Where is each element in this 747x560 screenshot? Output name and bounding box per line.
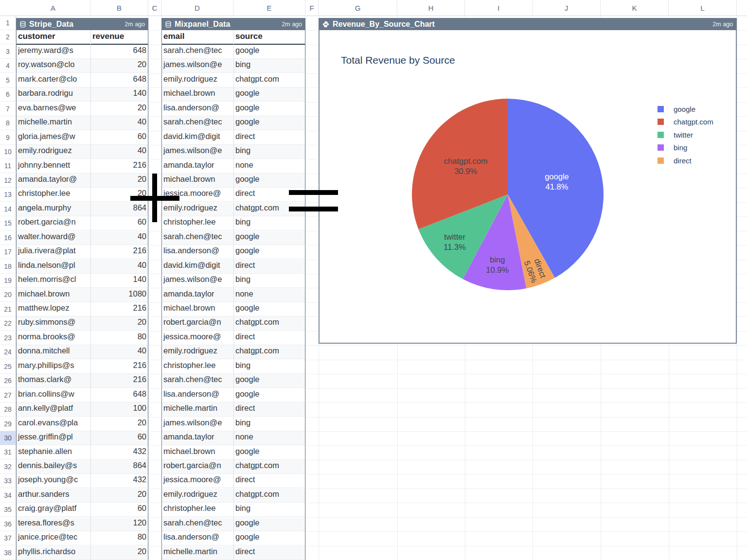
column-header-revenue[interactable]: revenue <box>90 30 148 44</box>
row-number-17[interactable]: 17 <box>0 245 16 259</box>
table-cell[interactable]: dennis.bailey@s <box>16 460 90 473</box>
row-number-29[interactable]: 29 <box>0 417 16 431</box>
table-cell[interactable]: barbara.rodrigu <box>16 88 90 101</box>
table-cell[interactable]: ann.kelly@platf <box>16 402 90 416</box>
row-number-8[interactable]: 8 <box>0 116 16 130</box>
table-cell[interactable]: lisa.anderson@ <box>161 388 233 402</box>
column-header-E[interactable]: E <box>233 0 305 16</box>
table-cell[interactable]: 20 <box>90 174 148 187</box>
table-cell[interactable]: direct <box>233 474 305 488</box>
table-cell[interactable]: michael.brown <box>161 302 233 316</box>
table-cell[interactable]: ruby.simmons@ <box>16 316 90 330</box>
table-cell[interactable]: 60 <box>90 131 148 144</box>
table-cell[interactable]: google <box>233 302 305 316</box>
column-header-A[interactable]: A <box>16 0 90 16</box>
table-cell[interactable]: david.kim@digit <box>161 131 233 144</box>
row-number-12[interactable]: 12 <box>0 174 16 188</box>
table-cell[interactable]: christopher.lee <box>161 503 233 516</box>
table-cell[interactable]: michael.brown <box>16 288 90 302</box>
table-cell[interactable]: david.kim@digit <box>161 260 233 273</box>
table-cell[interactable]: direct <box>233 331 305 345</box>
table-cell[interactable]: james.wilson@e <box>161 145 233 158</box>
table-cell[interactable]: 216 <box>90 374 148 387</box>
mixpanel-table-header[interactable]: Mixpanel_Data 2m ago <box>161 18 305 30</box>
table-cell[interactable]: 648 <box>90 45 148 58</box>
pie-chart[interactable]: google41.8%direct5.06%bing10.9%twitter11… <box>320 30 736 342</box>
table-cell[interactable]: google <box>233 45 305 58</box>
table-cell[interactable]: 140 <box>90 274 148 287</box>
table-cell[interactable]: emily.rodriguez <box>161 73 233 87</box>
table-cell[interactable]: james.wilson@e <box>161 274 233 287</box>
table-cell[interactable]: christopher.lee <box>16 188 90 201</box>
row-number-28[interactable]: 28 <box>0 402 16 417</box>
row-number-9[interactable]: 9 <box>0 131 16 145</box>
column-header-H[interactable]: H <box>397 0 465 16</box>
row-number-33[interactable]: 33 <box>0 474 16 488</box>
table-cell[interactable]: 80 <box>90 531 148 545</box>
table-cell[interactable]: google <box>233 174 305 187</box>
table-cell[interactable]: mary.phillips@s <box>16 360 90 373</box>
row-number-5[interactable]: 5 <box>0 73 16 88</box>
table-cell[interactable]: teresa.flores@s <box>16 517 90 531</box>
column-header-I[interactable]: I <box>465 0 533 16</box>
table-cell[interactable]: google <box>233 102 305 116</box>
table-cell[interactable]: roy.watson@clo <box>16 59 90 72</box>
column-header-L[interactable]: L <box>669 0 737 16</box>
row-number-32[interactable]: 32 <box>0 460 16 474</box>
table-cell[interactable]: bing <box>233 503 305 516</box>
table-cell[interactable]: none <box>233 288 305 302</box>
table-cell[interactable]: lisa.anderson@ <box>161 245 233 259</box>
legend-item-chatgpt.com[interactable]: chatgpt.com <box>658 117 713 127</box>
table-cell[interactable]: 648 <box>90 73 148 87</box>
row-number-7[interactable]: 7 <box>0 102 16 116</box>
table-cell[interactable]: 216 <box>90 159 148 173</box>
table-cell[interactable]: 20 <box>90 102 148 116</box>
table-cell[interactable]: phyllis.richardso <box>16 546 90 560</box>
table-cell[interactable]: 1080 <box>90 288 148 302</box>
table-cell[interactable]: michael.brown <box>161 446 233 459</box>
table-cell[interactable]: lisa.anderson@ <box>161 102 233 116</box>
table-cell[interactable]: robert.garcia@n <box>161 316 233 330</box>
table-cell[interactable]: bing <box>233 145 305 158</box>
table-cell[interactable]: emily.rodriguez <box>161 202 233 216</box>
column-header-G[interactable]: G <box>319 0 397 16</box>
row-number-1[interactable]: 1 <box>0 16 16 30</box>
table-cell[interactable]: 60 <box>90 216 148 230</box>
row-number-31[interactable]: 31 <box>0 445 16 459</box>
table-cell[interactable]: james.wilson@e <box>161 59 233 72</box>
table-cell[interactable]: 216 <box>90 360 148 373</box>
table-cell[interactable]: 40 <box>90 116 148 130</box>
table-cell[interactable]: angela.murphy <box>16 202 90 216</box>
table-cell[interactable]: 432 <box>90 446 148 459</box>
column-header-B[interactable]: B <box>90 0 148 16</box>
table-cell[interactable]: jesse.griffin@pl <box>16 431 90 445</box>
table-cell[interactable]: 40 <box>90 345 148 359</box>
table-cell[interactable]: 20 <box>90 417 148 431</box>
table-cell[interactable]: bing <box>233 274 305 287</box>
table-cell[interactable]: 60 <box>90 431 148 445</box>
legend-item-twitter[interactable]: twitter <box>658 130 693 140</box>
row-number-20[interactable]: 20 <box>0 288 16 302</box>
table-cell[interactable]: james.wilson@e <box>161 417 233 431</box>
row-number-21[interactable]: 21 <box>0 302 16 316</box>
row-number-25[interactable]: 25 <box>0 360 16 374</box>
table-cell[interactable]: michelle.martin <box>161 546 233 560</box>
column-header-J[interactable]: J <box>533 0 601 16</box>
table-cell[interactable]: donna.mitchell <box>16 345 90 359</box>
table-cell[interactable]: 100 <box>90 402 148 416</box>
table-cell[interactable]: michael.brown <box>161 88 233 101</box>
column-header-customer[interactable]: customer <box>16 30 90 44</box>
table-cell[interactable]: sarah.chen@tec <box>161 45 233 58</box>
row-number-4[interactable]: 4 <box>0 59 16 73</box>
table-cell[interactable]: 432 <box>90 474 148 488</box>
table-cell[interactable]: bing <box>233 417 305 431</box>
table-cell[interactable]: google <box>233 517 305 531</box>
row-number-2[interactable]: 2 <box>0 30 16 44</box>
row-number-3[interactable]: 3 <box>0 45 16 59</box>
table-cell[interactable]: walter.howard@ <box>16 231 90 245</box>
table-cell[interactable]: robert.garcia@n <box>161 460 233 473</box>
table-cell[interactable]: michael.brown <box>161 174 233 187</box>
table-cell[interactable]: craig.gray@platf <box>16 503 90 516</box>
table-cell[interactable]: google <box>233 388 305 402</box>
row-number-35[interactable]: 35 <box>0 503 16 517</box>
